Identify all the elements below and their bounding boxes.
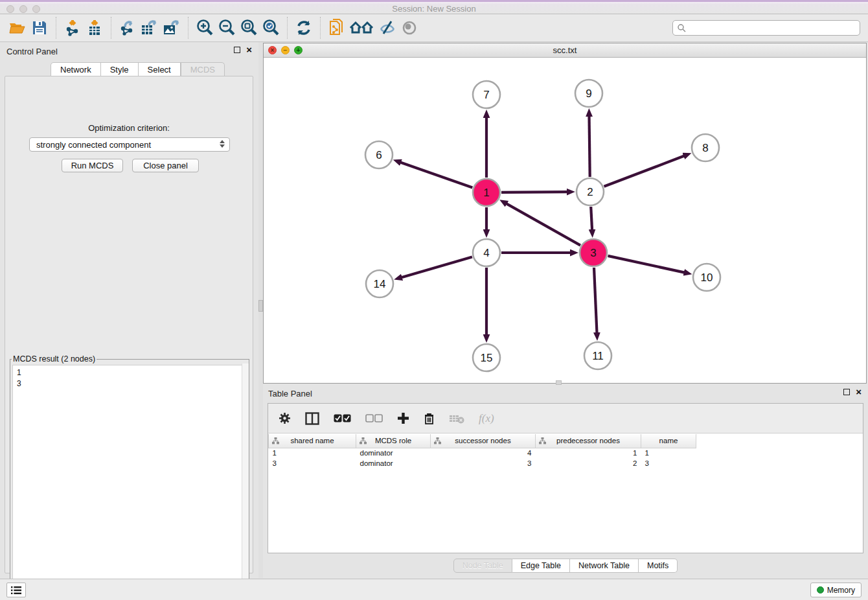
zoom-fit-button[interactable] — [238, 17, 260, 39]
zoom-selected-icon — [262, 19, 280, 37]
select-all-rows-icon[interactable] — [334, 414, 351, 422]
export-network-icon — [119, 19, 137, 36]
control-panel: Control Panel × Network Style Select MCD… — [0, 42, 258, 578]
import-table-icon — [86, 19, 103, 36]
table-row[interactable]: 3 dominator 3 2 3 — [269, 458, 696, 468]
import-table-button[interactable] — [84, 17, 106, 39]
column-header-successor-nodes[interactable]: successor nodes — [431, 434, 536, 448]
graph-node-label-1: 1 — [483, 187, 489, 199]
zoom-out-icon — [218, 19, 236, 37]
export-table-button[interactable] — [139, 17, 161, 39]
control-panel-title: Control Panel — [6, 47, 58, 56]
cell-shared-name[interactable]: 1 — [269, 448, 356, 458]
graph-edge-2-9[interactable] — [589, 116, 590, 177]
result-scrollbar[interactable] — [242, 363, 249, 598]
optimization-criterion-label: Optimization criterion: — [5, 123, 253, 133]
graph-edge-3-11[interactable] — [594, 268, 597, 333]
delete-column-icon[interactable] — [424, 412, 435, 425]
network-window-titlebar[interactable]: × − + scc.txt — [264, 43, 866, 58]
float-panel-icon[interactable] — [234, 47, 240, 53]
horizontal-splitter-handle[interactable] — [556, 380, 562, 385]
add-column-icon[interactable] — [397, 412, 409, 424]
graph-edge-3-1[interactable] — [507, 203, 581, 246]
open-file-button[interactable] — [6, 17, 29, 39]
graph-edge-1-2[interactable] — [501, 192, 567, 192]
close-panel-button[interactable]: Close panel — [132, 159, 199, 172]
graph-node-label-8: 8 — [702, 142, 708, 154]
zoom-fit-icon — [240, 19, 258, 37]
tab-motifs[interactable]: Motifs — [639, 559, 678, 573]
vertical-splitter[interactable] — [258, 42, 263, 578]
settings-gear-icon[interactable] — [279, 412, 291, 424]
task-list-icon — [11, 586, 21, 595]
search-icon — [677, 23, 686, 32]
graph-edge-3-10[interactable] — [608, 256, 685, 273]
run-mcds-button[interactable]: Run MCDS — [62, 159, 123, 172]
window-title: Session: New Session — [0, 4, 868, 14]
export-image-button[interactable] — [161, 17, 183, 39]
toggle-column-view-icon[interactable] — [305, 412, 319, 425]
cell-shared-name[interactable]: 3 — [269, 458, 356, 468]
tab-select[interactable]: Select — [139, 62, 181, 76]
column-header-mcds-role[interactable]: MCDS role — [356, 434, 431, 448]
tab-edge-table[interactable]: Edge Table — [512, 559, 570, 573]
close-panel-icon[interactable]: × — [246, 47, 252, 53]
node-table[interactable]: shared name MCDS role successor nodes pr… — [268, 434, 696, 468]
cell-successor-nodes[interactable]: 4 — [431, 448, 536, 458]
column-header-predecessor-nodes[interactable]: predecessor nodes — [536, 434, 641, 448]
table-row[interactable]: 1 dominator 4 1 1 — [269, 448, 696, 458]
table-toolbar: f(x) — [268, 404, 863, 433]
tab-network[interactable]: Network — [51, 62, 101, 76]
import-network-button[interactable] — [62, 17, 84, 39]
network-window-title: scc.txt — [264, 45, 866, 55]
memory-button[interactable]: Memory — [810, 583, 862, 597]
criterion-dropdown[interactable]: strongly connected component — [29, 137, 230, 152]
cell-predecessor-nodes[interactable]: 2 — [536, 458, 641, 468]
zoom-in-button[interactable] — [194, 17, 216, 39]
cell-mcds-role[interactable]: dominator — [356, 458, 431, 468]
tab-style[interactable]: Style — [101, 62, 139, 76]
export-network-button[interactable] — [117, 17, 139, 39]
vertical-splitter-handle[interactable] — [258, 300, 263, 312]
table-header-row[interactable]: shared name MCDS role successor nodes pr… — [269, 434, 696, 448]
deselect-all-rows-icon[interactable] — [365, 414, 383, 422]
function-builder-icon[interactable]: f(x) — [479, 412, 494, 425]
show-all-networks-button[interactable] — [348, 17, 376, 39]
network-canvas[interactable]: 7968124314101511 — [264, 58, 866, 383]
mcds-result-text[interactable]: 1 3 — [12, 365, 247, 596]
status-bar: Memory — [0, 579, 868, 600]
graph-edge-2-3[interactable] — [591, 207, 592, 230]
main-toolbar — [0, 14, 868, 42]
column-header-shared-name[interactable]: shared name — [269, 434, 356, 448]
graph-edge-1-6[interactable] — [400, 163, 472, 188]
close-table-panel-icon[interactable]: × — [856, 389, 862, 395]
cell-predecessor-nodes[interactable]: 1 — [536, 448, 641, 458]
apply-layout-button[interactable] — [293, 17, 315, 39]
save-session-button[interactable] — [29, 17, 51, 39]
new-network-button[interactable] — [326, 17, 348, 39]
search-box[interactable] — [672, 20, 860, 36]
network-graph[interactable]: 7968124314101511 — [264, 58, 866, 384]
criterion-dropdown-value: strongly connected component — [36, 140, 151, 150]
graph-edge-4-14[interactable] — [402, 257, 472, 277]
memory-label: Memory — [827, 586, 855, 595]
show-panel-button[interactable] — [398, 17, 420, 39]
zoom-selected-button[interactable] — [260, 17, 282, 39]
zoom-out-button[interactable] — [216, 17, 238, 39]
cell-mcds-role[interactable]: dominator — [356, 448, 431, 458]
graph-edge-2-8[interactable] — [604, 156, 685, 187]
delete-table-icon[interactable] — [449, 413, 464, 424]
cell-name[interactable]: 1 — [641, 448, 696, 458]
hide-panel-button[interactable] — [376, 17, 398, 39]
tab-node-table[interactable]: Node Table — [453, 559, 512, 573]
tree-icon — [539, 437, 546, 444]
tab-mcds[interactable]: MCDS — [181, 62, 225, 76]
column-header-name[interactable]: name — [641, 434, 696, 448]
float-table-panel-icon[interactable] — [843, 389, 850, 395]
cell-name[interactable]: 3 — [641, 458, 696, 468]
cell-successor-nodes[interactable]: 3 — [431, 458, 536, 468]
search-input[interactable] — [686, 21, 860, 34]
task-history-button[interactable] — [6, 583, 26, 597]
tab-network-table[interactable]: Network Table — [570, 559, 639, 573]
graph-node-label-14: 14 — [374, 278, 386, 290]
